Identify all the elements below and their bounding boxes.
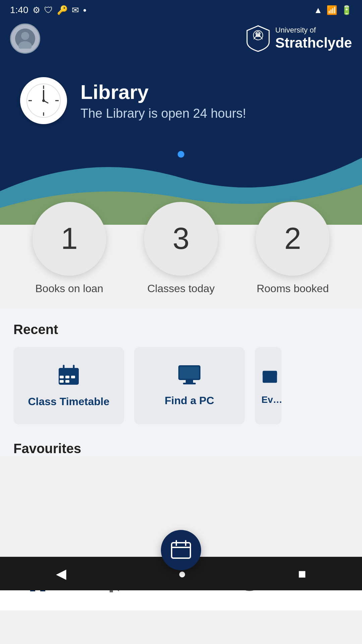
dot-icon: ● bbox=[83, 7, 87, 14]
card-label-class-timetable: Class Timetable bbox=[28, 395, 109, 408]
fab-calendar-icon bbox=[170, 539, 192, 561]
events-icon bbox=[261, 366, 278, 386]
university-of-label: University of bbox=[275, 26, 352, 35]
monitor-icon bbox=[178, 365, 201, 386]
svg-rect-25 bbox=[183, 383, 196, 384]
time-display: 1:40 bbox=[10, 5, 28, 15]
svg-point-0 bbox=[21, 32, 29, 40]
fab-container bbox=[161, 530, 201, 570]
hero-subtitle: The Library is open 24 hours! bbox=[80, 106, 246, 121]
svg-rect-28 bbox=[172, 543, 190, 558]
main-content: Recent Class Timetable bbox=[0, 309, 362, 456]
clock-widget bbox=[20, 77, 67, 124]
fab-button[interactable] bbox=[161, 530, 201, 570]
wifi-icon: ▲ bbox=[314, 5, 322, 15]
stat-circle-rooms: 2 bbox=[256, 202, 329, 276]
battery-icon: 🔋 bbox=[341, 5, 352, 15]
stat-label-rooms: Rooms booked bbox=[257, 282, 329, 295]
calendar-icon bbox=[57, 364, 80, 387]
svg-point-11 bbox=[42, 99, 45, 102]
key-icon: 🔑 bbox=[57, 5, 68, 15]
card-class-timetable[interactable]: Class Timetable bbox=[13, 347, 124, 424]
signal-icon: 📶 bbox=[326, 5, 337, 15]
svg-point-1 bbox=[18, 41, 32, 49]
stat-label-classes: Classes today bbox=[147, 282, 215, 295]
university-logo: 🏛 University of Strathclyde bbox=[246, 25, 352, 52]
svg-rect-14 bbox=[59, 371, 79, 374]
stat-number-books: 1 bbox=[61, 221, 78, 256]
stats-section: 1 Books on loan 3 Classes today 2 Rooms … bbox=[0, 191, 362, 305]
mail-icon: ✉ bbox=[72, 5, 79, 15]
svg-rect-27 bbox=[263, 373, 277, 375]
user-avatar[interactable] bbox=[10, 23, 40, 54]
stat-label-books: Books on loan bbox=[35, 282, 103, 295]
recent-section-title: Recent bbox=[13, 322, 349, 337]
card-label-find-pc: Find a PC bbox=[165, 394, 214, 407]
stat-number-rooms: 2 bbox=[284, 221, 301, 256]
avatar-person-icon bbox=[15, 29, 35, 49]
favourites-section-title: Favourites bbox=[13, 441, 349, 456]
status-bar: 1:40 ⚙ 🛡 🔑 ✉ ● ▲ 📶 🔋 bbox=[0, 0, 362, 20]
card-label-events: Ev… bbox=[261, 394, 282, 405]
hero-text: Library The Library is open 24 hours! bbox=[80, 77, 246, 121]
stat-classes-today[interactable]: 3 Classes today bbox=[144, 202, 218, 295]
stat-rooms-booked[interactable]: 2 Rooms booked bbox=[256, 202, 329, 295]
hero-content: Library The Library is open 24 hours! bbox=[20, 77, 246, 124]
shield-icon: 🛡 bbox=[44, 5, 53, 15]
status-right: ▲ 📶 🔋 bbox=[314, 5, 352, 15]
svg-rect-19 bbox=[65, 380, 69, 383]
app-header: 🏛 University of Strathclyde bbox=[0, 20, 362, 57]
stat-number-classes: 3 bbox=[173, 221, 189, 256]
svg-rect-15 bbox=[60, 376, 64, 378]
stat-books-on-loan[interactable]: 1 Books on loan bbox=[33, 202, 106, 295]
stat-circle-classes: 3 bbox=[144, 202, 218, 276]
hero-title: Library bbox=[80, 80, 246, 104]
favourites-section: Favourites bbox=[13, 441, 349, 456]
logo-text: University of Strathclyde bbox=[275, 26, 352, 52]
svg-rect-26 bbox=[263, 371, 277, 383]
shield-logo-icon: 🏛 bbox=[246, 25, 270, 52]
settings-icon: ⚙ bbox=[33, 5, 40, 15]
status-left: 1:40 ⚙ 🛡 🔑 ✉ ● bbox=[10, 5, 86, 15]
android-recents-button[interactable]: ■ bbox=[298, 566, 306, 581]
card-events-partial[interactable]: Ev… bbox=[255, 347, 282, 424]
svg-rect-17 bbox=[71, 376, 75, 378]
clock-icon bbox=[25, 82, 62, 119]
svg-text:🏛: 🏛 bbox=[255, 31, 261, 38]
strathclyde-label: Strathclyde bbox=[275, 35, 352, 51]
recent-cards-list: Class Timetable Find a PC Ev… bbox=[13, 347, 349, 424]
svg-rect-24 bbox=[186, 380, 193, 383]
carousel-indicator bbox=[178, 151, 184, 158]
android-back-button[interactable]: ◀ bbox=[56, 566, 66, 581]
svg-rect-18 bbox=[60, 380, 64, 383]
indicator-dot-active bbox=[178, 151, 184, 158]
svg-rect-16 bbox=[65, 376, 69, 378]
svg-rect-23 bbox=[180, 367, 199, 379]
card-find-pc[interactable]: Find a PC bbox=[134, 347, 245, 424]
stat-circle-books: 1 bbox=[33, 202, 106, 276]
